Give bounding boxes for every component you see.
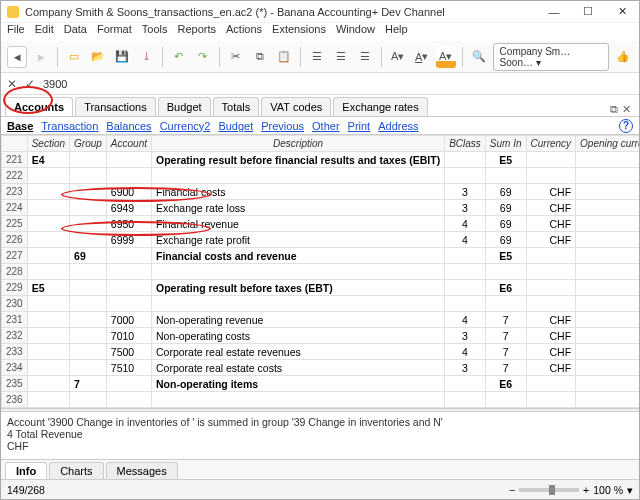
tab-accounts[interactable]: Accounts: [5, 97, 73, 116]
bottom-tab-charts[interactable]: Charts: [49, 462, 103, 479]
maximize-button[interactable]: ☐: [571, 1, 605, 23]
tool1-icon[interactable]: ☰: [307, 46, 327, 68]
cell[interactable]: [70, 296, 107, 312]
cell[interactable]: [70, 328, 107, 344]
table-row[interactable]: 236: [2, 392, 640, 408]
subtab-other[interactable]: Other: [312, 120, 340, 132]
zoom-dropdown-icon[interactable]: ▾: [627, 484, 633, 496]
tool2-icon[interactable]: ☰: [331, 46, 351, 68]
data-grid[interactable]: SectionGroupAccountDescriptionBClassSum …: [1, 135, 639, 408]
cell[interactable]: [70, 232, 107, 248]
column-header[interactable]: Section: [27, 136, 69, 152]
ribbon-file-dropdown[interactable]: Company Sm… Soon… ▾: [493, 43, 610, 71]
cell[interactable]: [70, 312, 107, 328]
column-header[interactable]: [2, 136, 28, 152]
bottom-tab-messages[interactable]: Messages: [106, 462, 178, 479]
cell[interactable]: Corporate real estate costs: [151, 360, 444, 376]
cell[interactable]: Exchange rate profit: [151, 232, 444, 248]
subtab-base[interactable]: Base: [7, 120, 33, 132]
cell[interactable]: 231: [2, 312, 28, 328]
cell[interactable]: [526, 296, 576, 312]
cell[interactable]: [576, 280, 639, 296]
cell[interactable]: E5: [27, 280, 69, 296]
cell[interactable]: [70, 200, 107, 216]
column-header[interactable]: Description: [151, 136, 444, 152]
cell[interactable]: [106, 264, 151, 280]
cell[interactable]: Non-operating items: [151, 376, 444, 392]
cell[interactable]: 230: [2, 296, 28, 312]
table-row[interactable]: 2337500Corporate real estate revenues47C…: [2, 344, 640, 360]
cell[interactable]: [576, 360, 639, 376]
table-row[interactable]: 222: [2, 168, 640, 184]
menu-file[interactable]: File: [7, 23, 25, 41]
cell[interactable]: 227: [2, 248, 28, 264]
cell[interactable]: [70, 392, 107, 408]
cell[interactable]: [526, 248, 576, 264]
font-icon[interactable]: A▾: [388, 46, 408, 68]
cell[interactable]: 7510: [106, 360, 151, 376]
table-row[interactable]: 2357Non-operating itemsE6-46'699.16: [2, 376, 640, 392]
cell[interactable]: 228: [2, 264, 28, 280]
cell[interactable]: E5: [485, 152, 526, 168]
menu-actions[interactable]: Actions: [226, 23, 262, 41]
paste-icon[interactable]: 📋: [274, 46, 294, 68]
back-button[interactable]: ◄: [7, 46, 27, 68]
cell[interactable]: [576, 344, 639, 360]
menu-format[interactable]: Format: [97, 23, 132, 41]
cell[interactable]: [576, 328, 639, 344]
cell[interactable]: [27, 360, 69, 376]
cell[interactable]: [27, 184, 69, 200]
tab-vat-codes[interactable]: VAT codes: [261, 97, 331, 116]
tab-exchange-rates[interactable]: Exchange rates: [333, 97, 427, 116]
fill-color-icon[interactable]: A▾: [436, 46, 456, 68]
tab-close-icon[interactable]: ✕: [622, 103, 631, 116]
subtab-budget[interactable]: Budget: [218, 120, 253, 132]
cell[interactable]: 7: [485, 344, 526, 360]
formula-value[interactable]: 3900: [43, 78, 67, 90]
cell[interactable]: 4: [445, 232, 486, 248]
cell[interactable]: 235: [2, 376, 28, 392]
close-button[interactable]: ✕: [605, 1, 639, 23]
cell[interactable]: 69: [485, 216, 526, 232]
cell[interactable]: 3: [445, 200, 486, 216]
cell[interactable]: [106, 296, 151, 312]
cell[interactable]: [70, 280, 107, 296]
column-header[interactable]: Currency: [526, 136, 576, 152]
cell[interactable]: 234: [2, 360, 28, 376]
cell[interactable]: [576, 232, 639, 248]
tool3-icon[interactable]: ☰: [355, 46, 375, 68]
table-row[interactable]: 2327010Non-operating costs37CHF: [2, 328, 640, 344]
cell[interactable]: [445, 248, 486, 264]
cell[interactable]: 6900: [106, 184, 151, 200]
menu-reports[interactable]: Reports: [177, 23, 216, 41]
cell[interactable]: [70, 184, 107, 200]
table-row[interactable]: 2256950Financial revenue469CHF: [2, 216, 640, 232]
cell[interactable]: [151, 264, 444, 280]
cell[interactable]: [526, 152, 576, 168]
cell[interactable]: [445, 296, 486, 312]
search-icon[interactable]: 🔍: [469, 46, 489, 68]
cell[interactable]: 69: [485, 184, 526, 200]
cell[interactable]: 7000: [106, 312, 151, 328]
column-header[interactable]: BClass: [445, 136, 486, 152]
font-color-icon[interactable]: A▾: [412, 46, 432, 68]
cell[interactable]: Operating result before taxes (EBT): [151, 280, 444, 296]
cell[interactable]: [576, 392, 639, 408]
cell[interactable]: [27, 264, 69, 280]
undo-icon[interactable]: ↶: [169, 46, 189, 68]
table-row[interactable]: 2236900Financial costs369CHF659.00659.00: [2, 184, 640, 200]
column-header[interactable]: Opening currency: [576, 136, 639, 152]
subtab-print[interactable]: Print: [348, 120, 371, 132]
cell[interactable]: [576, 376, 639, 392]
cell[interactable]: [576, 296, 639, 312]
cell[interactable]: Operating result before financial result…: [151, 152, 444, 168]
cell[interactable]: Financial costs: [151, 184, 444, 200]
column-header[interactable]: Group: [70, 136, 107, 152]
cell[interactable]: 3: [445, 328, 486, 344]
tab-duplicate-icon[interactable]: ⧉: [610, 103, 618, 116]
cell[interactable]: 7: [70, 376, 107, 392]
confirm-icon[interactable]: ✓: [25, 77, 35, 91]
tab-transactions[interactable]: Transactions: [75, 97, 156, 116]
tab-budget[interactable]: Budget: [158, 97, 211, 116]
cell[interactable]: 7010: [106, 328, 151, 344]
